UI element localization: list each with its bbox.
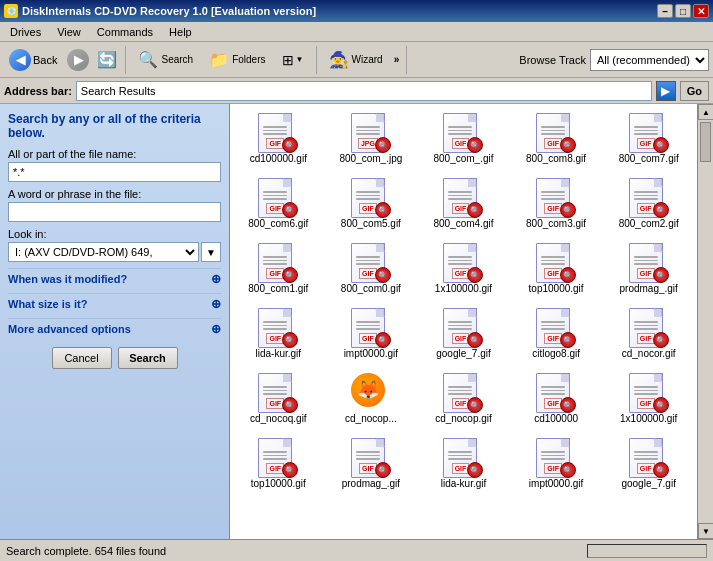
back-button[interactable]: ◀ Back [4,46,62,74]
file-item[interactable]: GIF🔍citlogo8.gif [512,303,601,364]
file-icon: GIF🔍 [536,438,576,478]
file-item[interactable]: GIF🔍prodmag_.gif [604,238,693,299]
file-badge: 🔍 [467,137,483,153]
folders-icon: 📁 [209,50,229,69]
file-item[interactable]: GIF🔍top10000.gif [512,238,601,299]
file-badge: 🔍 [375,137,391,153]
app-title: DiskInternals CD-DVD Recovery 1.0 [Evalu… [22,5,316,17]
size-label: What size is it? [8,298,87,310]
file-name: impt0000.gif [344,348,398,359]
main-area: Search by any or all of the criteria bel… [0,104,713,539]
file-item[interactable]: GIF🔍800_com4.gif [419,173,508,234]
file-item[interactable]: GIF🔍prodmag_.gif [327,433,416,494]
file-item[interactable]: GIF🔍impt0000.gif [512,433,601,494]
file-item[interactable]: GIF🔍1x100000.gif [419,238,508,299]
file-item[interactable]: GIF🔍800_com1.gif [234,238,323,299]
browse-track-select[interactable]: All (recommended) [590,49,709,71]
lookin-expand-btn[interactable]: ▼ [201,242,221,262]
file-icon: GIF🔍 [443,113,483,153]
file-item[interactable]: GIF🔍cd100000.gif [234,108,323,169]
scroll-thumb[interactable] [700,122,711,162]
wizard-icon: 🧙 [329,50,349,69]
lookin-select[interactable]: I: (AXV CD/DVD-ROM) 649, [8,242,199,262]
file-item[interactable]: GIF🔍800_com8.gif [512,108,601,169]
file-item[interactable]: GIF🔍800_com5.gif [327,173,416,234]
file-name: 800_com_.jpg [339,153,402,164]
file-item[interactable]: GIF🔍800_com2.gif [604,173,693,234]
scroll-down-button[interactable]: ▼ [698,523,713,539]
when-modified-section[interactable]: When was it modified? ⊕ [8,268,221,289]
scroll-up-button[interactable]: ▲ [698,104,713,120]
file-badge: 🔍 [560,397,576,413]
file-icon: GIF🔍 [443,308,483,348]
title-bar: 💿 DiskInternals CD-DVD Recovery 1.0 [Eva… [0,0,713,22]
wizard-button[interactable]: 🧙 Wizard [322,44,390,76]
file-item[interactable]: GIF🔍800_com_.gif [419,108,508,169]
title-bar-left: 💿 DiskInternals CD-DVD Recovery 1.0 [Eva… [4,4,316,18]
file-name: lida-kur.gif [256,348,302,359]
status-bar: Search complete. 654 files found [0,539,713,561]
file-item[interactable]: GIF🔍cd_nocoq.gif [234,368,323,429]
address-input[interactable] [76,81,652,101]
status-progress [587,544,707,558]
size-section[interactable]: What size is it? ⊕ [8,293,221,314]
file-item[interactable]: GIF🔍800_com3.gif [512,173,601,234]
file-item[interactable]: GIF🔍google_7.gif [419,303,508,364]
search-button[interactable]: 🔍 Search [131,44,200,76]
menu-view[interactable]: View [51,25,87,39]
file-item[interactable]: GIF🔍1x100000.gif [604,368,693,429]
menu-drives[interactable]: Drives [4,25,47,39]
search-execute-button[interactable]: Search [118,347,178,369]
file-item[interactable]: 🦊cd_nocop... [327,368,416,429]
file-item[interactable]: GIF🔍lida-kur.gif [419,433,508,494]
scroll-thumb-area[interactable] [698,120,713,523]
file-item[interactable]: JPG🔍800_com_.jpg [327,108,416,169]
when-modified-expand-icon: ⊕ [211,272,221,286]
file-item[interactable]: GIF🔍800_com6.gif [234,173,323,234]
file-badge: 🔍 [467,202,483,218]
refresh-button[interactable]: 🔄 [94,44,120,76]
view-button[interactable]: ⊞ ▼ [275,44,311,76]
file-icon: GIF🔍 [536,373,576,413]
cancel-button[interactable]: Cancel [52,347,112,369]
file-icon: GIF🔍 [258,243,298,283]
file-name: 800_com5.gif [341,218,401,229]
file-badge: 🔍 [560,462,576,478]
scrollbar[interactable]: ▲ ▼ [697,104,713,539]
file-badge: 🔍 [653,332,669,348]
menu-commands[interactable]: Commands [91,25,159,39]
more-button[interactable]: » [394,54,400,65]
file-icon: GIF🔍 [258,438,298,478]
file-icon: GIF🔍 [629,438,669,478]
filename-input[interactable] [8,162,221,182]
file-item[interactable]: GIF🔍cd_nocop.gif [419,368,508,429]
file-badge: 🔍 [653,202,669,218]
file-item[interactable]: GIF🔍google_7.gif [604,433,693,494]
file-item[interactable]: GIF🔍800_com0.gif [327,238,416,299]
file-icon: GIF🔍 [351,243,391,283]
file-item[interactable]: GIF🔍top10000.gif [234,433,323,494]
minimize-button[interactable]: – [657,4,673,18]
file-badge: 🔍 [467,462,483,478]
file-badge: 🔍 [375,202,391,218]
phrase-input[interactable] [8,202,221,222]
go-button[interactable]: Go [680,81,709,101]
file-item[interactable]: GIF🔍lida-kur.gif [234,303,323,364]
close-button[interactable]: ✕ [693,4,709,18]
file-name: top10000.gif [251,478,306,489]
file-item[interactable]: GIF🔍cd_nocor.gif [604,303,693,364]
folders-button[interactable]: 📁 Folders [202,44,272,76]
maximize-button[interactable]: □ [675,4,691,18]
file-icon: GIF🔍 [536,178,576,218]
file-item[interactable]: GIF🔍cd100000 [512,368,601,429]
file-badge: 🔍 [375,267,391,283]
file-item[interactable]: GIF🔍800_com7.gif [604,108,693,169]
advanced-section[interactable]: More advanced options ⊕ [8,318,221,339]
forward-button[interactable]: ▶ [64,46,92,74]
menu-help[interactable]: Help [163,25,198,39]
file-item[interactable]: GIF🔍impt0000.gif [327,303,416,364]
file-icon: JPG🔍 [351,113,391,153]
file-icon: GIF🔍 [443,373,483,413]
address-arrow-icon[interactable]: ▶ [656,81,676,101]
search-panel-title: Search by any or all of the criteria bel… [8,112,221,140]
